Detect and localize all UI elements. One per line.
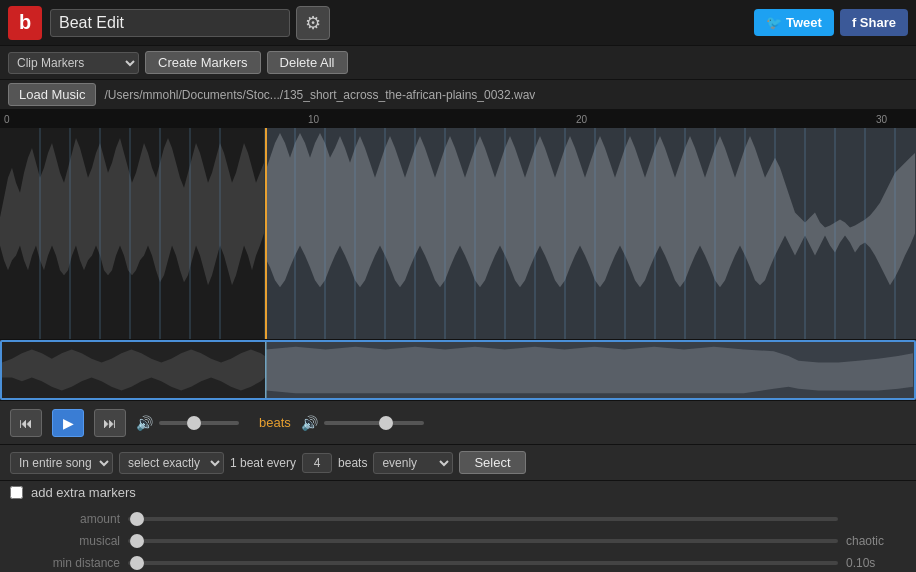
extra-markers-bar: add extra markers: [0, 480, 916, 504]
volume-thumb[interactable]: [187, 416, 201, 430]
delete-all-button[interactable]: Delete All: [267, 51, 348, 74]
select-exactly-select[interactable]: select exactly select at most select at …: [119, 452, 224, 474]
selection-overlay: [265, 128, 916, 339]
musical-thumb[interactable]: [130, 534, 144, 548]
beats-volume-slider[interactable]: [324, 421, 424, 425]
amount-slider[interactable]: [128, 517, 838, 521]
skip-forward-button[interactable]: ⏭: [94, 409, 126, 437]
beats-unit-label: beats: [338, 456, 367, 470]
logo-icon: b: [8, 6, 42, 40]
musical-row: musical chaotic: [40, 530, 906, 552]
sliders-panel: amount musical chaotic min distance 0.10…: [0, 504, 916, 572]
load-music-button[interactable]: Load Music: [8, 83, 96, 106]
select-button[interactable]: Select: [459, 451, 525, 474]
volume-icon: 🔊: [136, 415, 153, 431]
ruler-mark-20: 20: [576, 114, 587, 125]
ruler-mark-10: 10: [308, 114, 319, 125]
controls-area: ⏮ ▶ ⏭ 🔊 beats 🔊: [0, 400, 916, 444]
volume-slider[interactable]: [159, 421, 239, 425]
beats-volume-thumb[interactable]: [379, 416, 393, 430]
share-button[interactable]: f Share: [840, 9, 908, 36]
selection-bar: In entire song In selection In work area…: [0, 444, 916, 480]
play-button[interactable]: ▶: [52, 409, 84, 437]
chaotic-label: chaotic: [846, 534, 906, 548]
beat-every-label: 1 beat every: [230, 456, 296, 470]
amount-label: amount: [40, 512, 120, 526]
ruler-mark-30: 30: [876, 114, 887, 125]
beats-label: beats: [259, 415, 291, 430]
ruler-mark-0: 0: [4, 114, 10, 125]
min-distance-row: min distance 0.10s: [40, 552, 906, 572]
clip-markers-select[interactable]: Clip Markers Sequence Markers Chapter Ma…: [8, 52, 139, 74]
evenly-select[interactable]: evenly randomly: [373, 452, 453, 474]
min-distance-value: 0.10s: [846, 556, 906, 570]
min-distance-thumb[interactable]: [130, 556, 144, 570]
beat-count-input[interactable]: [302, 453, 332, 473]
skip-back-button[interactable]: ⏮: [10, 409, 42, 437]
tweet-button[interactable]: 🐦 Tweet: [754, 9, 834, 36]
waveform-area[interactable]: 0 10 20 30 // This won't run inside SVG,…: [0, 110, 916, 340]
amount-row: amount: [40, 508, 906, 530]
title-input[interactable]: [50, 9, 290, 37]
volume-group: 🔊: [136, 415, 239, 431]
add-extra-markers-checkbox[interactable]: [10, 486, 23, 499]
mini-selection-overlay: [267, 342, 914, 398]
mini-waveform[interactable]: [0, 340, 916, 400]
musical-slider[interactable]: [128, 539, 838, 543]
in-entire-song-select[interactable]: In entire song In selection In work area: [10, 452, 113, 474]
toolbar: Clip Markers Sequence Markers Chapter Ma…: [0, 46, 916, 80]
logo-box: b ⚙: [8, 6, 754, 40]
timeline-ruler: 0 10 20 30: [0, 110, 916, 128]
header: b ⚙ 🐦 Tweet f Share: [0, 0, 916, 46]
gear-button[interactable]: ⚙: [296, 6, 330, 40]
create-markers-button[interactable]: Create Markers: [145, 51, 261, 74]
min-distance-label: min distance: [40, 556, 120, 570]
musical-label: musical: [40, 534, 120, 548]
add-extra-markers-label: add extra markers: [31, 485, 136, 500]
beats-volume-icon: 🔊: [301, 415, 318, 431]
social-buttons: 🐦 Tweet f Share: [754, 9, 908, 36]
file-bar: Load Music /Users/mmohl/Documents/Stoc..…: [0, 80, 916, 110]
min-distance-slider[interactable]: [128, 561, 838, 565]
amount-thumb[interactable]: [130, 512, 144, 526]
beats-volume-group: 🔊: [301, 415, 424, 431]
file-path: /Users/mmohl/Documents/Stoc.../135_short…: [104, 88, 535, 102]
playhead[interactable]: [265, 128, 267, 339]
